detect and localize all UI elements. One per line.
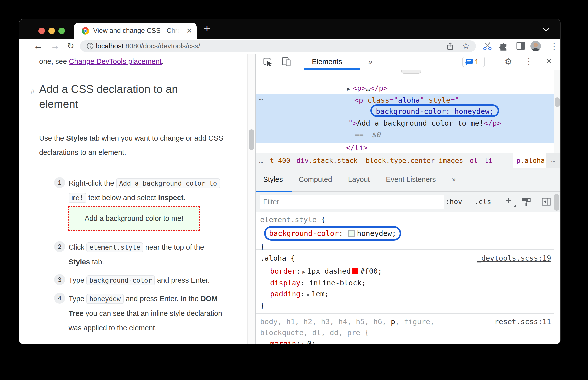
dom-scrollbar-thumb[interactable] [555, 97, 560, 107]
styles-pane: element.style { background-color: honeyd… [256, 212, 554, 344]
breadcrumb-item[interactable]: t-400 [270, 157, 290, 164]
url-text[interactable]: localhost:8080/docs/devtools/css/ [80, 40, 200, 52]
rule-reset[interactable]: _reset.scss:11 body, h1, h2, h3, h4, h5,… [256, 314, 554, 344]
bookmark-star-icon[interactable]: ☆ [462, 39, 470, 54]
property-margin[interactable]: margin [270, 339, 296, 344]
devtools-toolbar: Elements » 1 ⚙ ⋮ ✕ [256, 54, 560, 70]
paint-format-icon[interactable] [521, 197, 532, 208]
step-3-code: background-color [86, 275, 155, 285]
styles-filter-input[interactable] [260, 195, 444, 209]
property-border[interactable]: border [270, 267, 296, 275]
red-color-swatch[interactable] [352, 268, 358, 274]
side-panel-icon[interactable] [516, 42, 526, 51]
inspect-element-icon[interactable] [263, 57, 273, 67]
step-2: 2 Click element.style near the top of th… [69, 240, 223, 269]
source-link-devtools-scss[interactable]: _devtools.scss:19 [477, 253, 551, 264]
dom-tree: ▶<p>…</p> ⋯ <p class="aloha" style=" bac… [256, 70, 560, 153]
source-link-reset-scss[interactable]: _reset.scss:11 [490, 316, 551, 327]
tab-close-icon[interactable]: ✕ [186, 23, 192, 39]
expand-shorthand-icon[interactable]: ▶ [307, 292, 310, 298]
step-1: 1 Right-click the Add a background color… [69, 176, 223, 205]
step-2-number: 2 [54, 241, 65, 252]
close-traffic-light[interactable] [38, 28, 45, 34]
extensions-puzzle-icon[interactable] [498, 41, 508, 51]
expand-arrow-icon[interactable]: ▶ [347, 86, 350, 92]
share-icon[interactable] [446, 42, 454, 51]
message-bubble-icon [465, 58, 473, 66]
dom-gutter-dots-icon[interactable]: ⋯ [259, 95, 264, 105]
dom-row-li-close[interactable]: </li> [346, 142, 368, 153]
tab-strip: View and change CSS - Chrom ✕ + [19, 19, 560, 39]
doc-scrollbar-thumb[interactable] [249, 129, 254, 150]
forward-button[interactable]: → [51, 39, 60, 54]
inline-style-highlight-ring[interactable]: background-color: honeydew; [370, 104, 499, 117]
heading-anchor-hash[interactable]: # [31, 84, 35, 99]
expand-shorthand-icon[interactable]: ▶ [302, 269, 306, 275]
hover-state-toggle[interactable]: :hov [445, 192, 462, 212]
tab-styles[interactable]: Styles [263, 175, 283, 184]
content-area: one, see Change DevTools placement. # Ad… [19, 54, 560, 344]
tab-elements[interactable]: Elements [312, 54, 342, 70]
more-panels-chevron[interactable]: » [368, 54, 373, 70]
step-3-number: 3 [54, 274, 65, 285]
dom-dollar0-line: == $0 [355, 129, 381, 140]
devtools-close-icon[interactable]: ✕ [543, 54, 554, 70]
dom-breadcrumbs: … t-400 div.stack.stack--block.type.cent… [256, 153, 560, 168]
breadcrumb-item[interactable]: ol [470, 157, 478, 164]
browser-tab[interactable]: View and change CSS - Chrom ✕ [74, 23, 197, 39]
step-4: 4 Type honeydew and press Enter. In the … [69, 291, 223, 335]
tab-event-listeners[interactable]: Event Listeners [386, 175, 436, 184]
more-sidebar-tabs-chevron[interactable]: » [452, 175, 456, 184]
tab-title: View and change CSS - Chrom [93, 23, 181, 39]
selector-element-style[interactable]: element.style [260, 215, 317, 224]
breadcrumb-item[interactable]: div.stack.stack--block.type.center-image… [297, 157, 463, 164]
class-toggle[interactable]: .cls [474, 192, 491, 212]
step-1-number: 1 [54, 177, 65, 188]
property-padding[interactable]: padding [270, 290, 300, 298]
back-button[interactable]: ← [34, 39, 43, 54]
new-style-rule-button[interactable]: + [505, 192, 512, 211]
dom-selected-open-tag[interactable]: <p class="aloha" style=" [354, 95, 459, 105]
dom-row-collapsed-p[interactable]: ▶<p>…</p> [347, 83, 388, 93]
change-devtools-placement-link[interactable]: Change DevTools placement [69, 57, 162, 65]
breadcrumb-overflow-right[interactable]: … [546, 153, 560, 168]
device-toolbar-icon[interactable] [281, 56, 292, 67]
devtools-menu-dots-icon[interactable]: ⋮ [523, 54, 534, 70]
maximize-traffic-light[interactable] [58, 28, 65, 34]
dom-scrollbar[interactable] [554, 70, 560, 153]
step-4-code: honeydew [86, 294, 124, 304]
honeydew-color-swatch[interactable] [348, 230, 355, 237]
reload-button[interactable]: ↻ [67, 39, 74, 54]
profile-avatar[interactable] [530, 41, 541, 51]
minimize-traffic-light[interactable] [48, 28, 55, 34]
rule-aloha[interactable]: _devtools.scss:19 .aloha { border:▶1px d… [256, 250, 554, 314]
browser-menu-dots-icon[interactable]: ⋮ [550, 39, 558, 54]
tab-layout[interactable]: Layout [348, 175, 370, 184]
toggle-sidebar-icon[interactable] [541, 197, 552, 208]
devtools-settings-gear-icon[interactable]: ⚙ [503, 54, 514, 70]
breadcrumb-item[interactable]: li [484, 157, 493, 164]
intro-paragraph: one, see Change DevTools placement. [39, 56, 164, 67]
new-tab-button[interactable]: + [204, 19, 210, 39]
demo-paragraph[interactable]: Add a background color to me! [68, 206, 200, 231]
rule-element-style[interactable]: element.style { background-color: honeyd… [256, 212, 554, 250]
styles-tab-paragraph: Use the Styles tab when you want to chan… [39, 131, 239, 160]
styles-filter-bar: :hov .cls + [256, 192, 560, 212]
tab-search-chevron-icon[interactable] [542, 27, 550, 32]
scissors-extension-icon[interactable] [482, 42, 492, 51]
dom-selected-text-line[interactable]: ">Add a background color to me!</p> [348, 118, 501, 128]
expand-shorthand-icon[interactable]: ▶ [302, 341, 306, 344]
property-display[interactable]: display [270, 279, 300, 287]
tab-computed[interactable]: Computed [299, 175, 332, 184]
selector-aloha[interactable]: .aloha [260, 254, 286, 262]
doc-page: one, see Change DevTools placement. # Ad… [19, 54, 255, 344]
declaration-highlight-ring[interactable]: background-color: honeydew; [264, 226, 401, 241]
selector-matched-p[interactable]: p [391, 317, 395, 326]
section-heading: # Add a CSS declaration to an element [39, 82, 204, 112]
doc-scrollbar[interactable] [247, 54, 255, 344]
breadcrumb-item-selected[interactable]: p.aloha [513, 153, 548, 168]
breadcrumb-overflow-left[interactable]: … [259, 157, 263, 164]
issues-counter[interactable]: 1 [462, 57, 485, 67]
step-4-number: 4 [54, 293, 65, 304]
styles-scrollbar-thumb[interactable] [554, 194, 559, 211]
